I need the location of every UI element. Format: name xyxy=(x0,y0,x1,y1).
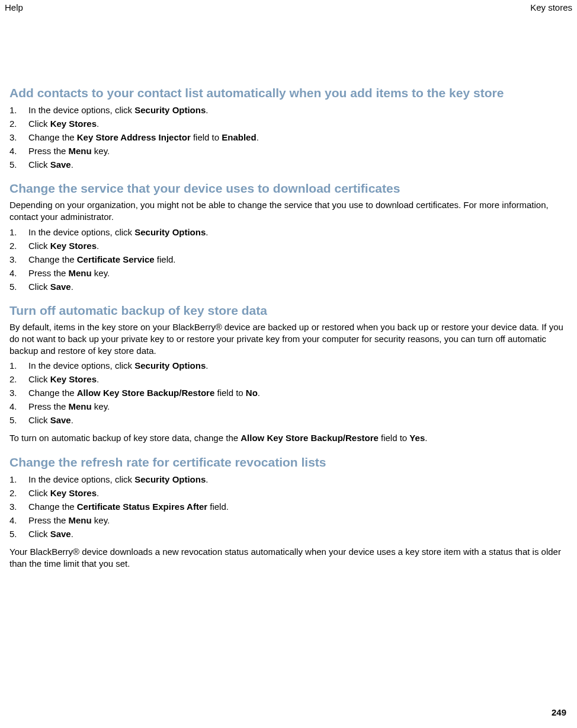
step-item: Press the Menu key. xyxy=(9,400,568,413)
step-item: Change the Certificate Service field. xyxy=(9,253,568,266)
page-header: Help Key stores xyxy=(0,0,577,15)
step-list: In the device options, click Security Op… xyxy=(9,473,568,540)
step-item: In the device options, click Security Op… xyxy=(9,226,568,238)
section-heading: Change the refresh rate for certificate … xyxy=(9,455,568,470)
step-item: Click Key Stores. xyxy=(9,487,568,499)
step-item: Click Save. xyxy=(9,414,568,426)
step-item: In the device options, click Security Op… xyxy=(9,104,568,116)
section-followup: Your BlackBerry® device downloads a new … xyxy=(9,546,568,570)
step-item: Press the Menu key. xyxy=(9,145,568,157)
step-item: Click Save. xyxy=(9,528,568,540)
step-item: Change the Key Store Address Injector fi… xyxy=(9,131,568,143)
section-followup: To turn on automatic backup of key store… xyxy=(9,432,568,444)
header-right: Key stores xyxy=(530,2,572,12)
section-heading: Turn off automatic backup of key store d… xyxy=(9,304,568,318)
section-intro: By default, items in the key store on yo… xyxy=(9,321,568,357)
step-item: Press the Menu key. xyxy=(9,514,568,526)
step-item: Change the Certificate Status Expires Af… xyxy=(9,500,568,513)
step-item: Click Save. xyxy=(9,280,568,293)
step-item: In the device options, click Security Op… xyxy=(9,359,568,372)
step-list: In the device options, click Security Op… xyxy=(9,359,568,426)
step-item: Click Key Stores. xyxy=(9,117,568,130)
step-item: Click Key Stores. xyxy=(9,373,568,385)
page-content: Add contacts to your contact list automa… xyxy=(0,86,577,570)
step-list: In the device options, click Security Op… xyxy=(9,226,568,293)
page-number: 249 xyxy=(552,707,566,717)
step-item: Change the Allow Key Store Backup/Restor… xyxy=(9,387,568,399)
step-item: Click Save. xyxy=(9,158,568,171)
section-heading: Add contacts to your contact list automa… xyxy=(9,86,568,100)
header-left: Help xyxy=(5,2,23,12)
step-item: In the device options, click Security Op… xyxy=(9,473,568,486)
step-list: In the device options, click Security Op… xyxy=(9,104,568,171)
step-item: Click Key Stores. xyxy=(9,240,568,252)
section-intro: Depending on your organization, you migh… xyxy=(9,199,568,223)
section-heading: Change the service that your device uses… xyxy=(9,181,568,196)
step-item: Press the Menu key. xyxy=(9,267,568,279)
